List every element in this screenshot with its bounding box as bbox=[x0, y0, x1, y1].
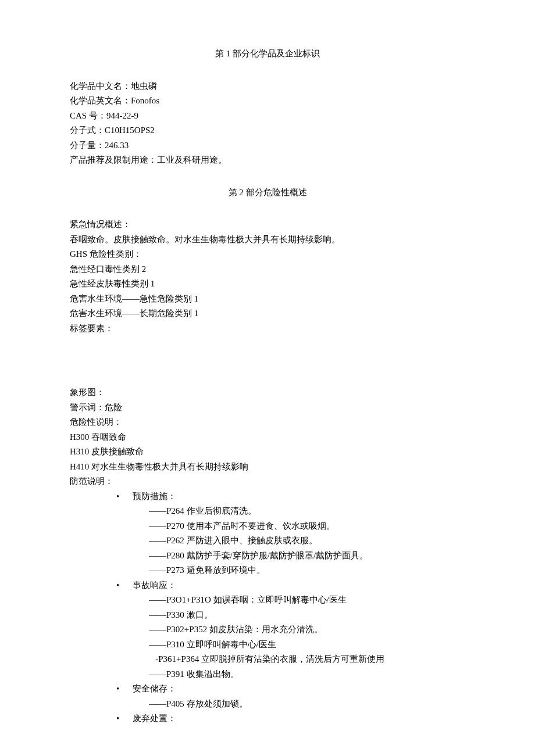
ghs-category-1: 急性经口毒性类别 2 bbox=[70, 262, 465, 277]
hazard-statement-label: 危险性说明： bbox=[70, 415, 465, 430]
section-1-body: 化学品中文名：地虫磷 化学品英文名：Fonofos CAS 号：944-22-9… bbox=[70, 79, 465, 168]
prevention-p262: ——P262 严防进入眼中、接触皮肤或衣服。 bbox=[149, 533, 465, 549]
response-item: 事故响应： ——P3O1+P31O 如误吞咽：立即呼叫解毒中心/医生 ——P33… bbox=[116, 578, 465, 682]
response-p391: ——P391 收集溢出物。 bbox=[149, 667, 465, 682]
response-label: 事故响应： bbox=[133, 581, 176, 590]
section-1-title-text: 第 1 部分化学品及企业标识 bbox=[215, 49, 320, 58]
precautionary-label: 防范说明： bbox=[70, 474, 465, 489]
section-2-title: 第 2 部分危险性概述 bbox=[70, 185, 465, 200]
pictogram-label: 象形图： bbox=[70, 385, 465, 400]
storage-item: 安全储存： ——P405 存放处须加锁。 bbox=[116, 682, 465, 711]
cas-number: CAS 号：944-22-9 bbox=[70, 109, 465, 124]
prevention-item: 预防措施： ——P264 作业后彻底清洗。 ——P270 使用本产品时不要进食、… bbox=[116, 489, 465, 578]
prevention-p264: ——P264 作业后彻底清洗。 bbox=[149, 504, 465, 519]
molecular-formula: 分子式：C10H15OPS2 bbox=[70, 123, 465, 138]
recommended-use: 产品推荐及限制用途：工业及科研用途。 bbox=[70, 153, 465, 168]
hazard-h410: H410 对水生生物毒性极大并具有长期持续影响 bbox=[70, 460, 465, 475]
disposal-item: 废弃处置： bbox=[116, 711, 465, 726]
storage-label: 安全储存： bbox=[133, 684, 176, 693]
ghs-category-2: 急性经皮肤毒性类别 1 bbox=[70, 277, 465, 292]
response-p330: ——P330 漱口。 bbox=[149, 608, 465, 623]
hazard-h310: H310 皮肤接触致命 bbox=[70, 445, 465, 460]
prevention-label: 预防措施： bbox=[133, 492, 176, 501]
storage-sublist: ——P405 存放处须加锁。 bbox=[133, 697, 465, 712]
response-p301-p310: ——P3O1+P31O 如误吞咽：立即呼叫解毒中心/医生 bbox=[149, 593, 465, 608]
pictogram-placeholder bbox=[70, 336, 465, 385]
disposal-label: 废弃处置： bbox=[133, 714, 176, 723]
hazard-h300: H300 吞咽致命 bbox=[70, 430, 465, 445]
response-p361-p364: -P361+P364 立即脱掉所有沾染的衣服，清洗后方可重新使用 bbox=[149, 652, 465, 667]
prevention-p273: ——P273 避免释放到环境中。 bbox=[149, 563, 465, 578]
section-1-title: 第 1 部分化学品及企业标识 bbox=[70, 46, 465, 62]
response-p310: ——P310 立即呼叫解毒中心/医生 bbox=[149, 637, 465, 653]
chemical-cn-name: 化学品中文名：地虫磷 bbox=[70, 79, 465, 94]
prevention-p280: ——P280 戴防护手套/穿防护服/戴防护眼罩/戴防护面具。 bbox=[149, 549, 465, 564]
storage-p405: ——P405 存放处须加锁。 bbox=[149, 697, 465, 712]
emergency-overview-label: 紧急情况概述： bbox=[70, 217, 465, 232]
response-p302-p352: ——P302+P352 如皮肤沾染：用水充分清洗。 bbox=[149, 622, 465, 637]
ghs-category-4: 危害水生环境——长期危险类别 1 bbox=[70, 306, 465, 321]
prevention-p270: ——P270 使用本产品时不要进食、饮水或吸烟。 bbox=[149, 519, 465, 534]
molecular-weight: 分子量：246.33 bbox=[70, 138, 465, 153]
emergency-overview-text: 吞咽致命。皮肤接触致命。对水生生物毒性极大并具有长期持续影响。 bbox=[70, 232, 465, 248]
label-elements-label: 标签要素： bbox=[70, 321, 465, 336]
section-2-block2: 象形图： 警示词：危险 危险性说明： H300 吞咽致命 H310 皮肤接触致命… bbox=[70, 385, 465, 489]
section-2-title-text: 第 2 部分危险性概述 bbox=[229, 188, 307, 197]
section-2-block1: 紧急情况概述： 吞咽致命。皮肤接触致命。对水生生物毒性极大并具有长期持续影响。 … bbox=[70, 217, 465, 336]
chemical-en-name: 化学品英文名：Fonofos bbox=[70, 94, 465, 109]
ghs-category-3: 危害水生环境——急性危险类别 1 bbox=[70, 292, 465, 307]
response-sublist: ——P3O1+P31O 如误吞咽：立即呼叫解毒中心/医生 ——P330 漱口。 … bbox=[133, 593, 465, 682]
prevention-sublist: ——P264 作业后彻底清洗。 ——P270 使用本产品时不要进食、饮水或吸烟。… bbox=[133, 504, 465, 578]
precautionary-list: 预防措施： ——P264 作业后彻底清洗。 ——P270 使用本产品时不要进食、… bbox=[70, 489, 465, 726]
signal-word: 警示词：危险 bbox=[70, 400, 465, 415]
ghs-category-label: GHS 危险性类别： bbox=[70, 247, 465, 262]
